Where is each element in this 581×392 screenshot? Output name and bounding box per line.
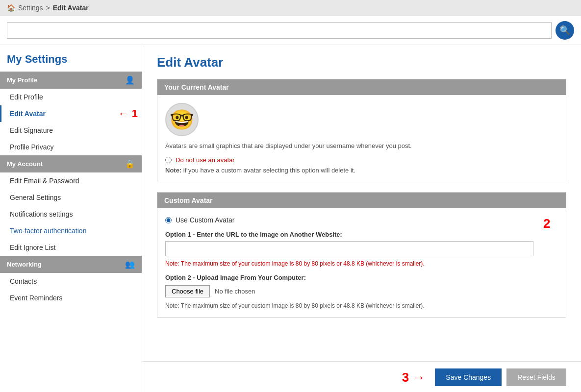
sidebar-item-edit-avatar[interactable]: Edit Avatar [0, 105, 118, 122]
people-icon: 👥 [125, 260, 135, 269]
url-input[interactable] [165, 241, 533, 256]
note-text-content: if you have a custom avatar selecting th… [183, 167, 355, 174]
use-custom-label[interactable]: Use Custom Avatar [176, 216, 234, 224]
sidebar-item-two-factor[interactable]: Two-factor authentication [0, 222, 142, 239]
custom-avatar-form: Use Custom Avatar Option 1 - Enter the U… [165, 216, 533, 309]
current-avatar-section: Your Current Avatar 🤓 Avatars are small … [157, 79, 566, 182]
current-avatar-header: Your Current Avatar [157, 79, 566, 95]
search-bar: 🔍 [0, 16, 581, 45]
custom-avatar-section: Custom Avatar Use Custom Avatar Option 1… [157, 192, 566, 318]
option1-label: Option 1 - Enter the URL to the Image on… [165, 231, 533, 238]
search-input[interactable] [7, 22, 552, 39]
search-button[interactable]: 🔍 [556, 21, 574, 40]
my-profile-label: My Profile [7, 76, 37, 84]
main-layout: My Settings My Profile 👤 Edit Profile Ed… [0, 45, 581, 392]
custom-avatar-with-annot: Use Custom Avatar Option 1 - Enter the U… [165, 216, 558, 309]
note-label: Note: [165, 167, 181, 174]
size-note-2: Note: The maximum size of your custom im… [165, 302, 533, 309]
sidebar-item-edit-signature[interactable]: Edit Signature [0, 122, 142, 139]
breadcrumb-sep: > [46, 4, 50, 12]
annotation-3: 3 → [402, 370, 426, 385]
annotation-2: 2 [538, 216, 558, 231]
sidebar-item-contacts[interactable]: Contacts [0, 273, 142, 290]
avatar-face: 🤓 [170, 108, 194, 131]
sidebar-item-edit-profile[interactable]: Edit Profile [0, 89, 142, 105]
avatar-description: Avatars are small graphics that are disp… [165, 142, 558, 149]
no-file-text: No file chosen [215, 288, 255, 295]
search-icon: 🔍 [559, 25, 570, 36]
breadcrumb-settings[interactable]: Settings [18, 4, 43, 12]
reset-fields-button[interactable]: Reset Fields [506, 368, 566, 386]
choose-file-button[interactable]: Choose file [165, 285, 210, 297]
footer-bar: 3 → Save Changes Reset Fields [142, 361, 581, 392]
person-icon: 👤 [125, 75, 135, 85]
custom-avatar-header: Custom Avatar [157, 193, 566, 208]
content-area: Edit Avatar Your Current Avatar 🤓 Avatar… [142, 45, 581, 392]
avatar-image: 🤓 [165, 103, 199, 136]
home-icon: 🏠 [7, 4, 15, 12]
content: Edit Avatar Your Current Avatar 🤓 Avatar… [142, 45, 581, 361]
no-avatar-radio-row: Do not use an avatar [165, 156, 558, 164]
my-account-label: My Account [7, 160, 43, 168]
no-avatar-label[interactable]: Do not use an avatar [176, 156, 235, 164]
annotation-1: ← 1 [118, 107, 142, 120]
breadcrumb-current: Edit Avatar [53, 4, 89, 12]
sidebar-item-profile-privacy[interactable]: Profile Privacy [0, 139, 142, 155]
sidebar-section-my-account: My Account 🔒 [0, 155, 142, 172]
current-avatar-body: 🤓 Avatars are small graphics that are di… [157, 95, 566, 182]
sidebar-item-edit-email-password[interactable]: Edit Email & Password [0, 172, 142, 189]
sidebar-item-edit-ignore-list[interactable]: Edit Ignore List [0, 239, 142, 256]
breadcrumb: 🏠 Settings > Edit Avatar [0, 0, 581, 16]
use-custom-radio[interactable] [165, 217, 172, 223]
no-avatar-note: Note: if you have a custom avatar select… [165, 167, 558, 174]
sidebar-section-networking: Networking 👥 [0, 256, 142, 273]
page-title: Edit Avatar [157, 55, 566, 70]
sidebar-item-event-reminders[interactable]: Event Reminders [0, 290, 142, 306]
size-note-1: Note: The maximum size of your custom im… [165, 260, 533, 267]
save-changes-button[interactable]: Save Changes [435, 368, 502, 386]
no-avatar-radio[interactable] [165, 157, 172, 163]
lock-icon: 🔒 [125, 159, 135, 169]
file-upload-row: Choose file No file chosen [165, 285, 533, 297]
sidebar-item-notifications-settings[interactable]: Notifications settings [0, 206, 142, 222]
sidebar: My Settings My Profile 👤 Edit Profile Ed… [0, 45, 142, 392]
option2-label: Option 2 - Upload Image From Your Comput… [165, 274, 533, 281]
use-custom-radio-row: Use Custom Avatar [165, 216, 533, 224]
networking-label: Networking [7, 261, 42, 268]
sidebar-item-general-settings[interactable]: General Settings [0, 189, 142, 206]
sidebar-title: My Settings [0, 53, 142, 72]
sidebar-section-my-profile: My Profile 👤 [0, 72, 142, 89]
custom-avatar-body: Use Custom Avatar Option 1 - Enter the U… [157, 208, 566, 317]
